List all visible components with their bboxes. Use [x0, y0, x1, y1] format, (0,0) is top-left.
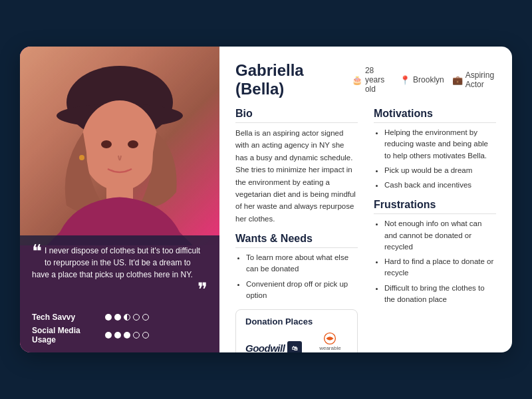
profile-photo — [20, 47, 219, 245]
profile-header: Gabriella (Bella) 🎂 28 years old 📍 Brook… — [235, 61, 496, 98]
dot-s1 — [105, 332, 112, 338]
svg-rect-7 — [20, 47, 219, 245]
right-column: Motivations Helping the environment by r… — [374, 108, 496, 352]
content-grid: Bio Bella is an aspiring actor signed wi… — [235, 108, 496, 352]
dot-2 — [114, 314, 121, 321]
wants-title: Wants & Needs — [235, 233, 358, 248]
goodwill-logo: Goodwill 🛍 — [245, 341, 302, 352]
dot-1 — [105, 314, 112, 321]
dot-s2 — [114, 332, 121, 338]
profile-name: Gabriella (Bella) — [235, 61, 333, 98]
donation-title: Donation Places — [245, 317, 348, 327]
quote-open-icon: ❝ — [32, 242, 42, 261]
tech-savvy-label: Tech Savvy — [32, 313, 105, 322]
wants-list: To learn more about what else can be don… — [235, 252, 358, 301]
role-text: Aspiring Actor — [466, 70, 496, 89]
motivation-item-2: Pick up would be a dream — [384, 165, 496, 176]
motivation-item-3: Cash back and incentives — [384, 180, 496, 191]
social-media-label: Social Media Usage — [32, 326, 105, 344]
motivations-title: Motivations — [374, 108, 496, 123]
social-media-dots — [105, 332, 149, 338]
motivations-list: Helping the environment by reducing wast… — [374, 127, 496, 191]
want-item-1: To learn more about what else can be don… — [246, 252, 358, 275]
wearable-icon-svg — [321, 332, 339, 345]
wearable-logo: wearablecollectionsclothing·inspiring — [313, 332, 347, 352]
dot-5 — [142, 314, 149, 321]
bio-title: Bio — [235, 108, 358, 123]
donation-logos: Goodwill 🛍 wearablecollectionsclothing·i… — [245, 332, 348, 352]
motivation-item-1: Helping the environment by reducing wast… — [384, 127, 496, 162]
role-icon: 💼 — [452, 75, 463, 85]
location-icon: 📍 — [400, 75, 410, 85]
quote-box: ❝ I never dispose of clothes but it's to… — [20, 235, 219, 306]
dot-s5 — [142, 332, 149, 338]
stats-bar: Tech Savvy Social Media Usage — [20, 306, 219, 352]
dot-s4 — [133, 332, 140, 338]
want-item-2: Convenient drop off or pick up option — [246, 279, 358, 302]
quote-close-icon: ❞ — [198, 281, 207, 299]
location-text: Brooklyn — [413, 75, 444, 84]
donation-box: Donation Places Goodwill 🛍 wearablecolle… — [235, 309, 358, 352]
tech-savvy-row: Tech Savvy — [32, 313, 207, 322]
age-meta: 🎂 28 years old — [352, 66, 392, 94]
goodwill-text: Goodwill — [245, 342, 285, 352]
role-meta: 💼 Aspiring Actor — [452, 70, 496, 89]
dot-3 — [124, 314, 130, 321]
frustration-item-3: Difficult to bring the clothes to the do… — [384, 283, 496, 306]
frustrations-title: Frustrations — [374, 199, 496, 214]
wearable-text: wearablecollectionsclothing·inspiring — [313, 345, 347, 352]
dot-s3 — [124, 332, 130, 338]
tech-savvy-dots — [105, 314, 149, 321]
location-meta: 📍 Brooklyn — [400, 75, 444, 85]
frustration-item-1: Not enough info on what can and cannot b… — [384, 218, 496, 253]
age-text: 28 years old — [365, 66, 392, 94]
left-panel: ❝ I never dispose of clothes but it's to… — [20, 47, 219, 352]
dot-4 — [133, 314, 140, 321]
photo-container — [20, 47, 219, 245]
social-media-row: Social Media Usage — [32, 326, 207, 344]
quote-text: I never dispose of clothes but it's too … — [32, 245, 207, 281]
goodwill-badge: 🛍 — [287, 341, 302, 352]
frustrations-list: Not enough info on what can and cannot b… — [374, 218, 496, 305]
bio-text: Bella is an aspiring actor signed with a… — [235, 127, 358, 225]
profile-card: ❝ I never dispose of clothes but it's to… — [20, 47, 512, 352]
right-panel: Gabriella (Bella) 🎂 28 years old 📍 Brook… — [219, 47, 512, 352]
left-column: Bio Bella is an aspiring actor signed wi… — [235, 108, 358, 352]
frustration-item-2: Hard to find a place to donate or recycl… — [384, 256, 496, 279]
meta-items: 🎂 28 years old 📍 Brooklyn 💼 Aspiring Act… — [352, 66, 496, 94]
age-icon: 🎂 — [352, 75, 362, 85]
